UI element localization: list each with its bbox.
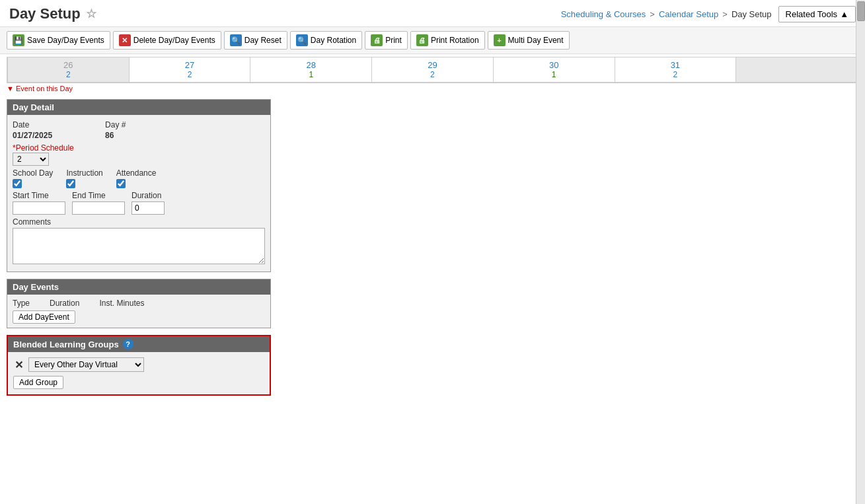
start-time-label: Start Time [13, 191, 65, 200]
multi-day-icon: + [494, 34, 506, 46]
save-icon: 💾 [13, 34, 24, 46]
delete-button[interactable]: ✕ Delete Day/Day Events [113, 31, 221, 50]
related-tools-button[interactable]: Related Tools ▲ [778, 6, 856, 22]
add-day-event-label: Add DayEvent [19, 312, 69, 322]
cal-sub-27: 2 [131, 70, 249, 79]
calendar-cell-26[interactable]: 26 2 [8, 57, 130, 83]
print-icon: 🖨 [371, 34, 383, 46]
day-events-body: Type Duration Inst. Minutes Add DayEvent [7, 295, 270, 328]
calendar-table: 26 2 27 2 28 1 29 2 30 1 31 2 [7, 57, 858, 83]
school-day-checkbox[interactable] [13, 179, 22, 188]
calendar-cell-29[interactable]: 29 2 [372, 57, 494, 83]
day-reset-button[interactable]: 🔍 Day Reset [224, 31, 287, 50]
checkboxes-row: School Day Instruction Attendance [13, 168, 265, 188]
blended-learning-header-text: Blended Learning Groups [13, 340, 119, 349]
main-content: Day Detail Date 01/27/2025 Day # 86 *Per… [0, 99, 865, 402]
period-schedule-select[interactable]: 2 1 3 [13, 153, 49, 166]
event-triangle-icon: ▼ [7, 85, 14, 92]
col-type: Type [13, 299, 30, 308]
day-events-columns: Type Duration Inst. Minutes [13, 299, 265, 308]
delete-icon: ✕ [119, 34, 131, 46]
day-rotation-label: Day Rotation [311, 36, 356, 45]
favorite-icon[interactable]: ☆ [86, 7, 96, 21]
date-value: 01/27/2025 [13, 131, 52, 140]
calendar-cell-27[interactable]: 27 2 [129, 57, 250, 83]
school-day-group: School Day [13, 168, 53, 188]
blended-learning-panel: Blended Learning Groups ? ✕ Every Other … [7, 335, 271, 396]
school-day-label: School Day [13, 168, 53, 178]
cal-day-26: 26 [9, 60, 128, 70]
blended-learning-body: ✕ Every Other Day Virtual Every Day Virt… [8, 352, 270, 394]
page-header: Day Setup ☆ Scheduling & Courses > Calen… [0, 0, 865, 27]
save-button[interactable]: 💾 Save Day/Day Events [7, 31, 110, 50]
duration-group: Duration [132, 191, 165, 215]
help-icon[interactable]: ? [123, 339, 133, 349]
attendance-label: Attendance [116, 168, 157, 178]
add-day-event-button[interactable]: Add DayEvent [13, 310, 75, 324]
day-rotation-icon: 🔍 [296, 34, 308, 46]
breadcrumb-sep1: > [650, 9, 655, 19]
day-num-label: Day # [105, 120, 126, 129]
print-button[interactable]: 🖨 Print [365, 31, 408, 50]
calendar-days-row: 26 2 27 2 28 1 29 2 30 1 31 2 [8, 57, 858, 83]
print-label: Print [385, 36, 402, 45]
end-time-input[interactable] [72, 201, 125, 215]
duration-label: Duration [132, 191, 165, 200]
end-time-label: End Time [72, 191, 125, 200]
attendance-checkbox[interactable] [116, 179, 126, 188]
calendar-cell-31[interactable]: 31 2 [615, 57, 736, 83]
save-label: Save Day/Day Events [27, 36, 104, 45]
cal-day-31: 31 [617, 60, 735, 70]
add-group-button[interactable]: Add Group [13, 376, 63, 389]
calendar-cell-empty [736, 57, 858, 83]
event-note: ▼ Event on this Day [7, 85, 858, 92]
date-group: Date 01/27/2025 [13, 120, 52, 140]
attendance-group: Attendance [116, 168, 157, 188]
cal-day-27: 27 [131, 60, 249, 70]
breadcrumb-current: Day Setup [732, 9, 772, 19]
period-schedule-label: *Period Schedule [13, 143, 74, 153]
print-rotation-button[interactable]: 🖨 Print Rotation [410, 31, 485, 50]
comments-textarea[interactable] [13, 228, 265, 264]
multi-day-label: Multi Day Event [508, 36, 564, 45]
duration-input[interactable] [132, 201, 165, 215]
day-rotation-button[interactable]: 🔍 Day Rotation [290, 31, 362, 50]
blended-group-select[interactable]: Every Other Day Virtual Every Day Virtua… [28, 357, 144, 372]
instruction-group: Instruction [66, 168, 102, 188]
period-schedule-group: *Period Schedule 2 1 3 [13, 143, 265, 166]
cal-sub-28: 1 [252, 70, 370, 79]
page-title-text: Day Setup [9, 5, 81, 22]
start-time-input[interactable] [13, 201, 65, 215]
event-note-text: Event on this Day [16, 85, 73, 92]
day-detail-header: Day Detail [7, 100, 270, 115]
scrollbar[interactable] [856, 0, 865, 402]
end-time-group: End Time [72, 191, 125, 215]
breadcrumb-scheduling[interactable]: Scheduling & Courses [561, 9, 646, 19]
print-rotation-label: Print Rotation [431, 36, 479, 45]
cal-sub-29: 2 [373, 70, 492, 79]
col-duration: Duration [50, 299, 79, 308]
breadcrumb: Scheduling & Courses > Calendar Setup > … [561, 9, 772, 19]
cal-day-28: 28 [252, 60, 370, 70]
cal-sub-31: 2 [617, 70, 735, 79]
day-num-value: 86 [105, 131, 126, 140]
add-group-label: Add Group [19, 378, 57, 387]
comments-label: Comments [13, 217, 265, 227]
day-reset-label: Day Reset [244, 36, 282, 45]
instruction-checkbox[interactable] [66, 179, 75, 188]
remove-group-button[interactable]: ✕ [13, 359, 24, 371]
time-row: Start Time End Time Duration [13, 191, 265, 215]
breadcrumb-calendar[interactable]: Calendar Setup [659, 9, 718, 19]
cal-sub-26: 2 [9, 70, 128, 79]
blended-learning-header: Blended Learning Groups ? [8, 336, 270, 352]
start-time-group: Start Time [13, 191, 65, 215]
multi-day-button[interactable]: + Multi Day Event [488, 31, 570, 50]
day-events-header: Day Events [7, 279, 270, 295]
scroll-thumb[interactable] [857, 1, 865, 21]
date-label: Date [13, 120, 52, 129]
day-detail-body: Date 01/27/2025 Day # 86 *Period Schedul… [7, 115, 270, 271]
calendar-cell-30[interactable]: 30 1 [493, 57, 615, 83]
calendar-cell-28[interactable]: 28 1 [250, 57, 372, 83]
day-detail-header-text: Day Detail [13, 102, 54, 112]
breadcrumb-sep2: > [722, 9, 728, 19]
